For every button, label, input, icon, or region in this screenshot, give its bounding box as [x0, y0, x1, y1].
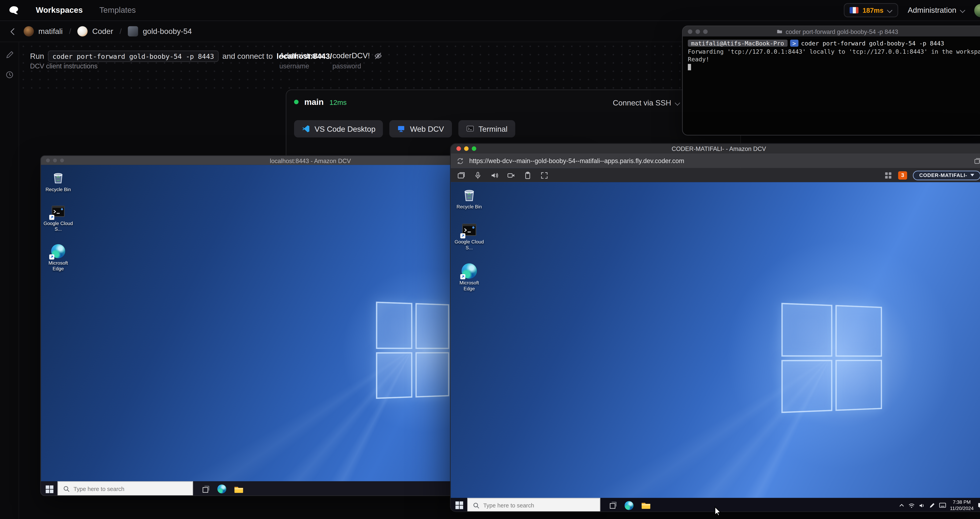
shortcut-arrow-overlay	[49, 255, 54, 260]
latency-pill[interactable]: 187ms	[844, 3, 898, 17]
terminal-button[interactable]: Terminal	[458, 120, 515, 137]
windows-logo	[376, 302, 449, 399]
google-cloud-sdk-shortcut[interactable]: Google Cloud S...	[455, 223, 484, 250]
recycle-bin-shortcut[interactable]: Recycle Bin	[455, 187, 484, 210]
vscode-icon	[302, 125, 310, 133]
webcam-icon[interactable]	[507, 171, 515, 179]
task-view-button[interactable]	[604, 498, 621, 512]
latency-value: 187ms	[862, 6, 884, 14]
screen: Workspaces Templates 187ms Administratio…	[0, 0, 980, 519]
edge-taskbar-button[interactable]	[213, 481, 230, 496]
start-button[interactable]	[450, 498, 467, 512]
session-windows-icon[interactable]	[457, 171, 465, 179]
microphone-icon[interactable]	[474, 171, 482, 179]
recycle-bin-shortcut[interactable]: Recycle Bin	[43, 170, 73, 192]
save-page-icon[interactable]	[974, 157, 980, 165]
file-explorer-button[interactable]	[637, 498, 654, 512]
start-button[interactable]	[41, 481, 57, 496]
google-cloud-sdk-shortcut[interactable]: Google Cloud S...	[43, 204, 73, 232]
site-info-icon[interactable]	[457, 157, 464, 165]
dcv-front-title: CODER-MATIFALI- - Amazon DCV	[672, 145, 766, 152]
mac-terminal-window: coder port-forward gold-booby-54 -p 8443…	[682, 25, 980, 135]
shortcut-arrow-overlay	[460, 233, 465, 238]
dcv-back-title: localhost:8443 - Amazon DCV	[270, 157, 351, 164]
eye-off-icon[interactable]	[374, 51, 382, 60]
terminal-body[interactable]: matifali@Atifs-MacBook-Pro>coder port-fo…	[682, 37, 980, 135]
clock-date: 11/20/2024	[950, 505, 974, 511]
username-credential: Administrator username	[279, 51, 325, 70]
terminal-icon	[466, 125, 474, 133]
notification-center-icon[interactable]	[977, 502, 980, 509]
agent-latency: 12ms	[329, 98, 347, 106]
window-controls[interactable]	[457, 146, 476, 151]
network-icon[interactable]	[908, 502, 915, 509]
pen-icon[interactable]	[929, 502, 935, 509]
taskbar-clock[interactable]: 7:38 PM 11/20/2024	[950, 499, 974, 511]
terminal-output-line: Forwarding 'tcp://127.0.0.1:8443' locall…	[688, 48, 980, 56]
user-avatar[interactable]	[974, 3, 980, 17]
search-input[interactable]	[483, 502, 595, 509]
recycle-bin-icon	[51, 170, 66, 185]
breadcrumb-template[interactable]: Coder	[78, 26, 113, 37]
mouse-cursor	[714, 506, 722, 516]
minimize-button[interactable]	[464, 146, 469, 151]
volume-icon[interactable]	[919, 502, 925, 509]
template-avatar	[78, 26, 88, 37]
file-explorer-button[interactable]	[230, 481, 247, 496]
task-view-button[interactable]	[197, 481, 214, 496]
taskbar-search[interactable]	[467, 498, 600, 512]
display-grid-icon[interactable]	[884, 171, 892, 179]
taskbar-search[interactable]	[57, 481, 193, 496]
terminal-command: coder port-forward gold-booby-54 -p 8443	[801, 40, 944, 47]
breadcrumb-owner[interactable]: matifali	[24, 26, 63, 37]
dcv-toolbar: 3 CODER-MATIFALI-	[450, 168, 980, 182]
nav-workspaces[interactable]: Workspaces	[36, 6, 83, 15]
windows-logo	[781, 303, 882, 413]
history-icon[interactable]	[5, 70, 14, 80]
window-controls[interactable]	[46, 159, 64, 162]
agent-app-buttons: VS Code Desktop Web DCV Terminal	[294, 120, 515, 137]
search-icon	[63, 486, 70, 492]
clipboard-icon[interactable]	[523, 171, 532, 179]
window-controls[interactable]	[688, 29, 708, 33]
nav-templates[interactable]: Templates	[99, 6, 136, 15]
back-button[interactable]	[8, 27, 17, 36]
coder-logo-icon[interactable]	[8, 5, 19, 16]
edge-taskbar-button[interactable]	[621, 498, 637, 512]
terminal-title: coder port-forward gold-booby-54 -p 8443	[786, 28, 898, 35]
folder-icon	[777, 29, 783, 34]
chevron-down-icon	[675, 100, 679, 105]
password-label: password	[332, 62, 382, 70]
fullscreen-icon[interactable]	[540, 171, 549, 179]
session-menu-button[interactable]: CODER-MATIFALI-	[913, 170, 980, 180]
vscode-desktop-button[interactable]: VS Code Desktop	[294, 120, 383, 137]
close-button[interactable]	[457, 146, 461, 151]
terminal-output-line: Ready!	[688, 56, 980, 64]
search-input[interactable]	[73, 486, 188, 492]
url-text[interactable]: https://web-dcv--main--gold-booby-54--ma…	[469, 157, 969, 164]
speaker-icon[interactable]	[490, 171, 499, 179]
dcv-front-titlebar[interactable]: CODER-MATIFALI- - Amazon DCV	[450, 144, 980, 153]
administration-menu[interactable]: Administration	[908, 6, 964, 15]
google-cloud-sdk-icon	[51, 204, 66, 219]
touch-keyboard-icon[interactable]	[939, 502, 946, 508]
microsoft-edge-shortcut[interactable]: Microsoft Edge	[455, 263, 484, 291]
side-rail	[0, 42, 19, 519]
microsoft-edge-shortcut[interactable]: Microsoft Edge	[43, 244, 73, 271]
shortcut-arrow-overlay	[460, 274, 465, 279]
edit-icon[interactable]	[5, 51, 14, 60]
notification-badge[interactable]: 3	[898, 171, 907, 179]
prompt-arrow: >	[790, 40, 799, 47]
zoom-button[interactable]	[472, 146, 476, 151]
breadcrumb-separator: /	[119, 27, 122, 36]
terminal-titlebar[interactable]: coder port-forward gold-booby-54 -p 8443	[682, 26, 980, 37]
web-dcv-button[interactable]: Web DCV	[390, 120, 452, 137]
breadcrumb-workspace[interactable]: gold-booby-54	[128, 26, 192, 37]
connect-via-ssh-button[interactable]: Connect via SSH	[613, 99, 679, 107]
system-tray: 7:38 PM 11/20/2024	[899, 498, 980, 512]
agent-name: main	[304, 97, 324, 107]
dcv-window-browser: CODER-MATIFALI- - Amazon DCV https://web…	[450, 143, 980, 512]
chevron-down-icon	[887, 8, 892, 13]
dcv-client-instructions-link[interactable]: DCV client instructions	[30, 62, 97, 70]
chevron-up-icon[interactable]	[899, 502, 905, 508]
